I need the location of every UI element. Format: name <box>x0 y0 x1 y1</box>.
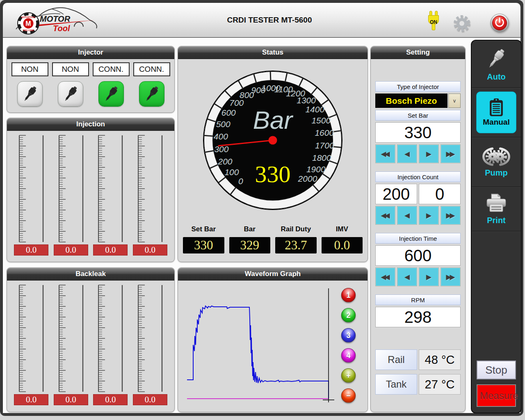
svg-text:2000: 2000 <box>298 174 317 183</box>
injector-type-dropdown-button[interactable]: v <box>448 94 461 108</box>
rpm-value: 298 <box>375 307 461 327</box>
set-bar-arrows: ◀◀◀▶▶▶ <box>375 144 461 163</box>
motortool-logo: MOTOR Tool MOTORTOOL PRO CRDI M <box>13 4 103 37</box>
injection-time-label: Injection Time <box>375 233 461 244</box>
pressure-gauge: 0100200300400500600700800900100011001200… <box>203 71 342 210</box>
sidebar-spacer <box>472 231 521 361</box>
injector-panel-header: Injector <box>7 46 174 59</box>
svg-text:100: 100 <box>224 167 239 177</box>
sidebar: Auto Manual <box>471 40 522 413</box>
injection-count-arrows: ◀◀◀▶▶▶ <box>375 206 461 225</box>
rpm-label: RPM <box>375 294 461 305</box>
svg-text:330: 330 <box>255 161 291 187</box>
status-panel-title: Status <box>262 48 283 57</box>
app-title: CRDI TESTER MT-5600 <box>183 3 356 37</box>
waveform-channel-1-button[interactable]: 1 <box>341 288 356 302</box>
backleak-panel-header: Backleak <box>7 268 174 281</box>
svg-text:1800: 1800 <box>312 153 331 162</box>
logo-badge: MOTORTOOL PRO CRDI M <box>18 13 39 34</box>
set-bar-fast-increase-button[interactable]: ▶▶ <box>441 144 461 163</box>
settings-gear-icon[interactable] <box>453 14 471 32</box>
titlebar: MOTOR Tool MOTORTOOL PRO CRDI M CRDI TES… <box>3 3 520 37</box>
status-panel: Status 010020030040050060070080090010001… <box>178 46 368 262</box>
injection-time-decrease-button[interactable]: ◀ <box>397 267 417 286</box>
injector-2-button[interactable] <box>58 81 83 107</box>
waveform-zoom-out-button[interactable]: − <box>341 388 356 403</box>
status-readouts: Set BarBarRail DutyIMV 33032923.70.0 <box>183 225 363 253</box>
svg-text:1600: 1600 <box>315 128 334 137</box>
injection-value-1: 0.0 <box>14 244 48 256</box>
readout-value-1: 330 <box>183 237 224 253</box>
injection-slider-2: 0.0 <box>54 134 88 265</box>
injector-3-button[interactable] <box>98 81 124 107</box>
svg-text:1300: 1300 <box>297 96 316 105</box>
set-bar-value: 330 <box>375 122 461 143</box>
injection-count-target: 200 <box>375 184 417 204</box>
tank-temp-label: Tank <box>375 374 417 395</box>
injector-icon <box>21 84 39 103</box>
measure-button[interactable]: Measure <box>477 384 516 407</box>
waveform-channel-2-button[interactable]: 2 <box>341 308 356 322</box>
injector-type-dropdown[interactable]: Bosch Piezo <box>375 94 447 108</box>
injection-count-fast-increase-button[interactable]: ▶▶ <box>441 206 461 225</box>
backleak-value-4: 0.0 <box>133 394 167 405</box>
backleak-panel-title: Backleak <box>75 270 106 278</box>
svg-text:1700: 1700 <box>315 141 334 150</box>
sidebar-auto-label: Auto <box>487 72 506 82</box>
svg-text:1500: 1500 <box>311 116 331 125</box>
print-icon <box>485 193 508 214</box>
injection-count-fast-decrease-button[interactable]: ◀◀ <box>375 206 395 225</box>
waveform-panel-header: Waveform Graph <box>178 268 368 281</box>
injection-count-decrease-button[interactable]: ◀ <box>397 206 417 225</box>
injection-panel-title: Injection <box>76 120 105 128</box>
injection-panel: Injection 0.00.00.00.0 <box>7 118 175 262</box>
injection-slider-3: 0.0 <box>93 134 128 265</box>
injection-time-value: 600 <box>375 245 461 266</box>
sidebar-manual-label: Manual <box>483 118 509 127</box>
badge-top-text: MOTORTOOL <box>21 16 36 18</box>
readout-label-2: Bar <box>229 225 271 233</box>
backleak-value-2: 0.0 <box>54 394 88 405</box>
backleak-slider-2: 0.0 <box>54 284 88 415</box>
stop-button[interactable]: Stop <box>477 361 516 379</box>
injector-1-button[interactable] <box>17 81 43 107</box>
backleak-slider-4: 0.0 <box>133 284 167 415</box>
sidebar-item-manual[interactable]: Manual <box>472 88 521 137</box>
waveform-channel-4-button[interactable]: 4 <box>341 348 356 363</box>
injection-time-fast-increase-button[interactable]: ▶▶ <box>441 267 461 286</box>
injector-items: NON NON CONN. CONN. <box>7 59 174 116</box>
sidebar-item-auto[interactable]: Auto <box>472 41 521 88</box>
svg-text:1400: 1400 <box>305 105 324 114</box>
injection-count-label: Injection Count <box>375 171 461 182</box>
type-of-injector-label: Type of Injector <box>375 81 461 92</box>
waveform-zoom-in-button[interactable]: + <box>341 368 356 383</box>
injection-sliders: 0.00.00.00.0 <box>7 131 174 265</box>
waveform-buttons: 1234+− <box>341 288 356 403</box>
svg-text:600: 600 <box>221 108 236 117</box>
sidebar-item-print[interactable]: Print <box>472 187 521 231</box>
setting-panel-title: Setting <box>406 48 430 57</box>
injection-time-increase-button[interactable]: ▶ <box>419 267 439 286</box>
power-button[interactable] <box>490 14 509 32</box>
auto-injector-icon <box>484 47 508 71</box>
injection-count-increase-button[interactable]: ▶ <box>419 206 439 225</box>
svg-text:Bar: Bar <box>253 106 294 134</box>
injection-time-fast-decrease-button[interactable]: ◀◀ <box>375 267 395 286</box>
backleak-value-3: 0.0 <box>93 394 128 405</box>
set-bar-fast-decrease-button[interactable]: ◀◀ <box>375 144 395 163</box>
injection-panel-header: Injection <box>7 118 174 131</box>
injector-4-button[interactable] <box>139 81 164 107</box>
power-plug-icon[interactable]: ON <box>425 10 443 34</box>
set-bar-decrease-button[interactable]: ◀ <box>397 144 417 163</box>
backleak-value-1: 0.0 <box>14 394 48 405</box>
injection-slider-4: 0.0 <box>133 134 167 265</box>
setting-panel: Setting Type of Injector Bosch Piezo v S… <box>370 46 466 412</box>
injection-count-current: 0 <box>419 184 461 204</box>
rail-temp-label: Rail <box>375 349 417 370</box>
readout-label-3: Rail Duty <box>275 225 317 233</box>
set-bar-increase-button[interactable]: ▶ <box>419 144 439 163</box>
waveform-channel-3-button[interactable]: 3 <box>341 328 356 342</box>
sidebar-item-pump[interactable]: Pump <box>472 137 521 187</box>
manual-active-button[interactable]: Manual <box>476 91 516 133</box>
injector-panel-title: Injector <box>78 48 103 57</box>
